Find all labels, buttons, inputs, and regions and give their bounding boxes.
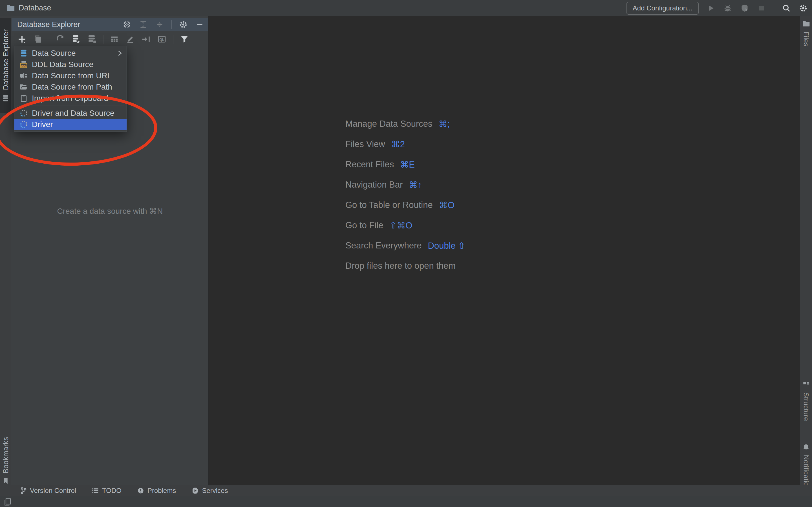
shortcut-label: Files View xyxy=(345,139,385,149)
shortcut-label: Recent Files xyxy=(345,159,394,170)
collapse-all-icon[interactable] xyxy=(155,20,164,29)
shortcut-row[interactable]: Files View ⌘2 xyxy=(345,134,465,154)
shortcut-label: Go to Table or Routine xyxy=(345,200,433,210)
database-icon xyxy=(19,49,28,57)
expand-all-icon[interactable] xyxy=(139,20,148,29)
add-plus-icon[interactable] xyxy=(17,34,27,44)
add-configuration-button[interactable]: Add Configuration... xyxy=(626,2,699,15)
sidebar-tab-database-explorer[interactable]: Database Explorer xyxy=(0,18,11,113)
shortcut-keys: ⌘E xyxy=(400,159,415,170)
create-data-source-hint: Create a data source with ⌘N xyxy=(11,207,209,216)
sidebar-tab-label: Structure xyxy=(802,392,810,421)
shortcut-label: Manage Data Sources xyxy=(345,119,432,129)
run-icon[interactable] xyxy=(706,3,716,13)
menu-item-label: Driver xyxy=(32,120,53,129)
window-layout-icon[interactable] xyxy=(4,498,12,506)
duplicate-icon[interactable] xyxy=(33,34,43,44)
debug-bug-icon[interactable] xyxy=(723,3,732,13)
open-folder-icon xyxy=(19,83,28,91)
search-icon[interactable] xyxy=(781,3,791,13)
folder-icon xyxy=(802,20,810,27)
tool-button-problems[interactable]: Problems xyxy=(137,487,176,495)
menu-item-data-source[interactable]: Data Source xyxy=(14,48,126,59)
menu-separator xyxy=(14,104,126,108)
sidebar-tab-label: Database Explorer xyxy=(2,29,10,90)
filter-icon[interactable] xyxy=(180,34,189,44)
shortcut-row[interactable]: Navigation Bar ⌘↑ xyxy=(345,175,465,195)
settings-gear-icon[interactable] xyxy=(799,3,808,13)
shortcut-row[interactable]: Search Everywhere Double ⇧ xyxy=(345,235,465,256)
status-bar xyxy=(0,496,812,507)
shortcut-keys: ⌘O xyxy=(439,200,455,210)
menu-item-label: Data Source from URL xyxy=(32,71,112,80)
bookmark-icon xyxy=(2,477,9,484)
toolbar-separator xyxy=(49,35,49,44)
menu-item-driver-and-data-source[interactable]: Driver and Data Source xyxy=(14,108,126,119)
tool-button-services[interactable]: Services xyxy=(192,487,228,495)
menu-item-ddl-data-source[interactable]: DDL DDL Data Source xyxy=(14,59,126,70)
tool-button-label: TODO xyxy=(102,487,121,495)
plug-icon xyxy=(19,71,28,80)
panel-header: Database Explorer xyxy=(11,18,208,31)
bottom-tool-bar: Version Control TODO Problems Services xyxy=(0,485,812,496)
database-detach-icon[interactable] xyxy=(87,34,97,44)
titlebar-separator xyxy=(774,3,774,13)
ddl-file-icon: DDL xyxy=(19,60,28,69)
panel-options-gear-icon[interactable] xyxy=(179,20,188,29)
edit-pencil-icon[interactable] xyxy=(125,34,135,44)
right-tool-stripe: Files Structure Notifications xyxy=(800,16,812,496)
shortcut-row[interactable]: Manage Data Sources ⌘; xyxy=(345,114,465,134)
header-separator xyxy=(171,20,172,29)
menu-item-driver[interactable]: Driver xyxy=(14,119,126,130)
shortcut-keys: ⌘↑ xyxy=(409,180,422,190)
shortcut-keys: ⌘; xyxy=(439,119,450,129)
editor-area: Manage Data Sources ⌘; Files View ⌘2 Rec… xyxy=(209,16,800,485)
explorer-toolbar: QL xyxy=(11,31,208,47)
todo-list-icon xyxy=(92,487,99,494)
clipboard-icon xyxy=(19,94,28,103)
sidebar-tab-files[interactable]: Files xyxy=(800,20,812,81)
table-grid-icon[interactable] xyxy=(110,34,119,44)
menu-item-label: Data Source from Path xyxy=(32,82,112,92)
shield-play-icon[interactable] xyxy=(740,3,749,13)
jump-to-icon[interactable] xyxy=(141,34,151,44)
tool-button-version-control[interactable]: Version Control xyxy=(20,487,76,495)
menu-item-data-source-from-path[interactable]: Data Source from Path xyxy=(14,81,126,93)
shortcut-row: Drop files here to open them xyxy=(345,256,465,276)
console-ql-icon[interactable]: QL xyxy=(157,34,167,44)
sidebar-tab-label: Bookmarks xyxy=(2,437,10,473)
sidebar-tab-bookmarks[interactable]: Bookmarks xyxy=(0,435,11,486)
menu-item-label: Driver and Data Source xyxy=(32,109,114,118)
hide-panel-icon[interactable] xyxy=(195,20,204,29)
shortcut-keys: ⇧⌘O xyxy=(389,220,412,231)
git-branch-icon xyxy=(20,487,27,494)
toolbar-separator xyxy=(103,35,103,44)
shortcut-row[interactable]: Go to Table or Routine ⌘O xyxy=(345,195,465,215)
toolbar-separator xyxy=(173,35,173,44)
database-icon xyxy=(2,95,9,102)
tool-button-todo[interactable]: TODO xyxy=(92,487,121,495)
menu-item-import-from-clipboard[interactable]: Import from Clipboard xyxy=(14,93,126,104)
locate-target-icon[interactable] xyxy=(122,20,132,29)
refresh-icon[interactable] xyxy=(56,34,65,44)
project-title: Database xyxy=(18,4,51,12)
stop-icon[interactable] xyxy=(757,3,766,13)
sidebar-tab-label: Files xyxy=(802,32,810,47)
title-bar: Database Add Configuration... xyxy=(0,0,812,16)
shortcut-row[interactable]: Recent Files ⌘E xyxy=(345,154,465,175)
shortcut-list: Manage Data Sources ⌘; Files View ⌘2 Rec… xyxy=(345,114,465,276)
shortcut-keys: Double ⇧ xyxy=(428,240,465,251)
submenu-chevron-icon xyxy=(117,50,122,56)
svg-text:QL: QL xyxy=(160,38,164,42)
shortcut-label: Drop files here to open them xyxy=(345,261,456,271)
menu-item-data-source-from-url[interactable]: Data Source from URL xyxy=(14,70,126,81)
shortcut-row[interactable]: Go to File ⇧⌘O xyxy=(345,215,465,235)
shortcut-keys: ⌘2 xyxy=(391,139,405,150)
tool-button-label: Services xyxy=(202,487,228,495)
ide-window: { "titlebar": { "project": "Database", "… xyxy=(0,0,812,507)
add-data-source-menu: Data Source DDL DDL Data Source Data Sou… xyxy=(14,46,127,132)
project-breadcrumb[interactable]: Database xyxy=(0,4,51,12)
sidebar-tab-structure[interactable]: Structure xyxy=(800,381,812,440)
panel-title: Database Explorer xyxy=(17,20,80,29)
database-wrench-icon[interactable] xyxy=(71,34,81,44)
